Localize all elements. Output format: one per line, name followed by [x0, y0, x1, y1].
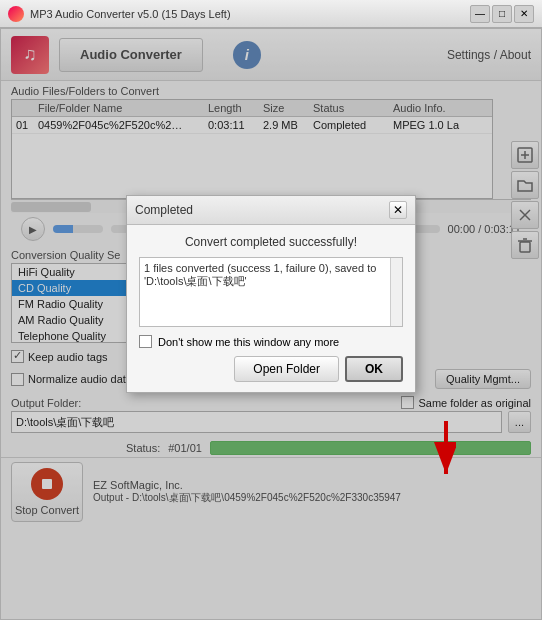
dialog-content-text: 1 files converted (success 1, failure 0)…	[144, 262, 376, 287]
dialog-overlay: Completed ✕ Convert completed successful…	[1, 29, 541, 619]
dialog-body: Convert completed successfully! 1 files …	[127, 225, 415, 392]
dialog-content-box: 1 files converted (success 1, failure 0)…	[139, 257, 403, 327]
maximize-button[interactable]: □	[492, 5, 512, 23]
dialog-scrollbar[interactable]	[390, 258, 402, 326]
dont-show-checkbox-row: Don't show me this window any more	[139, 335, 403, 348]
dialog-titlebar: Completed ✕	[127, 196, 415, 225]
title-text: MP3 Audio Converter v5.0 (15 Days Left)	[30, 8, 231, 20]
open-folder-button[interactable]: Open Folder	[234, 356, 339, 382]
minimize-button[interactable]: —	[470, 5, 490, 23]
completed-dialog: Completed ✕ Convert completed successful…	[126, 195, 416, 393]
dont-show-chk-icon	[139, 335, 152, 348]
close-window-button[interactable]: ✕	[514, 5, 534, 23]
main-window: ♫ Audio Converter i Settings / About Aud…	[0, 28, 542, 620]
arrow-indicator	[406, 416, 456, 489]
dialog-buttons: Open Folder OK	[139, 356, 403, 382]
ok-button[interactable]: OK	[345, 356, 403, 382]
dialog-success-message: Convert completed successfully!	[139, 235, 403, 249]
title-bar: MP3 Audio Converter v5.0 (15 Days Left) …	[0, 0, 542, 28]
app-icon	[8, 6, 24, 22]
dont-show-label: Don't show me this window any more	[158, 336, 339, 348]
dialog-close-button[interactable]: ✕	[389, 201, 407, 219]
ok-arrow-icon	[406, 416, 456, 486]
dialog-title: Completed	[135, 203, 193, 217]
